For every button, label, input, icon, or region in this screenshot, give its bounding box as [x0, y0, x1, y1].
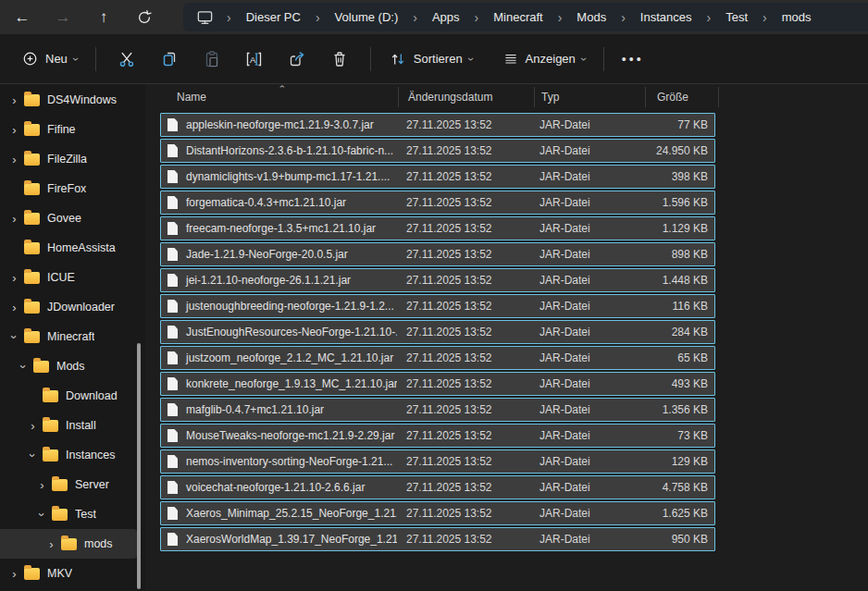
delete-button[interactable]	[324, 43, 355, 75]
chevron-icon[interactable]: ›	[6, 567, 22, 581]
file-type: JAR-Datei	[533, 377, 644, 390]
file-row[interactable]: konkrete_neoforge_1.9.13_MC_1.21.10.jar …	[160, 372, 715, 396]
file-name: jei-1.21.10-neoforge-26.1.1.21.jar	[186, 274, 351, 287]
sidebar-folder-item[interactable]: Download	[0, 381, 137, 411]
sidebar-folder-item[interactable]: › DS4Windows	[0, 85, 137, 115]
breadcrumb-item[interactable]: Dieser PC	[241, 7, 306, 27]
up-button[interactable]: ↑	[89, 4, 118, 31]
sidebar-folder-item[interactable]: › Fifine	[0, 115, 137, 144]
file-row[interactable]: forgematica-0.4.3+mc1.21.10.jar 27.11.20…	[160, 191, 715, 215]
sidebar-folder-item[interactable]: › Govee	[0, 203, 137, 233]
file-name-cell: voicechat-neoforge-1.21.10-2.6.6.jar	[161, 481, 397, 494]
rename-button[interactable]: A	[239, 43, 270, 75]
this-pc-icon[interactable]	[196, 8, 214, 26]
file-date: 27.11.2025 13:52	[397, 326, 533, 339]
folder-icon	[52, 479, 68, 491]
file-row[interactable]: appleskin-neoforge-mc1.21.9-3.0.7.jar 27…	[160, 113, 715, 137]
sidebar-folder-item[interactable]: HomeAssista	[0, 233, 137, 263]
file-row[interactable]: dynamiclights-v1.9+bump-mc1.17-1.21.... …	[160, 165, 715, 189]
column-header-date[interactable]: Änderungsdatum	[398, 87, 534, 107]
chevron-icon[interactable]: ›	[35, 507, 49, 523]
sidebar-folder-item[interactable]: › Install	[0, 411, 137, 440]
column-header-name[interactable]: Name	[160, 87, 398, 107]
chevron-icon[interactable]: ›	[6, 301, 22, 314]
file-date: 27.11.2025 13:52	[397, 351, 533, 364]
chevron-icon[interactable]: ›	[6, 93, 22, 107]
sidebar-folder-item[interactable]: FireFox	[0, 174, 137, 203]
more-options-button[interactable]: •••	[614, 45, 652, 73]
file-row[interactable]: JustEnoughResources-NeoForge-1.21.10-...…	[160, 320, 715, 344]
chevron-icon[interactable]: ›	[34, 478, 50, 492]
sidebar-folder-item[interactable]: › Minecraft	[0, 322, 137, 351]
copy-button[interactable]	[154, 43, 185, 75]
file-row[interactable]: mafglib-0.4.7+mc1.21.10.jar 27.11.2025 1…	[160, 398, 715, 422]
new-button[interactable]: Neu ›	[13, 43, 86, 74]
file-date: 27.11.2025 13:52	[397, 170, 533, 183]
chevron-icon[interactable]: ›	[6, 123, 22, 137]
file-size: 1.356 KB	[644, 403, 714, 416]
file-row[interactable]: jei-1.21.10-neoforge-26.1.1.21.jar 27.11…	[160, 268, 715, 292]
sidebar-folder-item[interactable]: › Test	[0, 499, 137, 529]
file-name-cell: MouseTweaks-neoforge-mc1.21.9-2.29.jar	[161, 429, 397, 442]
file-row[interactable]: justzoom_neoforge_2.1.2_MC_1.21.10.jar 2…	[160, 346, 715, 370]
breadcrumb-separator-icon: ›	[763, 10, 767, 25]
file-row[interactable]: MouseTweaks-neoforge-mc1.21.9-2.29.jar 2…	[160, 424, 715, 448]
sidebar-folder-item[interactable]: › Instances	[0, 440, 137, 470]
refresh-button[interactable]	[130, 4, 159, 31]
sidebar-folder-item[interactable]: › Server	[0, 470, 137, 499]
chevron-icon[interactable]: ›	[6, 153, 22, 166]
share-icon	[288, 50, 306, 68]
file-size: 1.129 KB	[644, 222, 714, 235]
chevron-icon[interactable]: ›	[6, 271, 22, 285]
forward-button[interactable]: →	[48, 4, 78, 31]
file-size: 65 KB	[644, 351, 714, 364]
sidebar-folder-item[interactable]: › Mods	[0, 351, 137, 381]
file-name-cell: mafglib-0.4.7+mc1.21.10.jar	[161, 403, 397, 416]
breadcrumb-item[interactable]: mods	[776, 7, 817, 27]
chevron-icon[interactable]: ›	[17, 359, 31, 375]
breadcrumb-item[interactable]: Minecraft	[488, 7, 548, 27]
share-button[interactable]	[281, 43, 313, 75]
sidebar-folder-item[interactable]: › FileZilla	[0, 144, 137, 174]
sort-button[interactable]: Sortieren ›	[380, 44, 481, 74]
chevron-icon[interactable]: ›	[7, 329, 21, 345]
folder-icon	[24, 94, 40, 106]
cut-button[interactable]	[111, 43, 143, 75]
sidebar-folder-item[interactable]: › mods	[0, 529, 137, 559]
paste-button[interactable]	[196, 43, 228, 75]
file-name-cell: Jade-1.21.9-NeoForge-20.0.5.jar	[161, 248, 397, 261]
column-header-type[interactable]: Typ	[534, 87, 645, 107]
chevron-icon[interactable]: ›	[25, 419, 41, 433]
file-name: Jade-1.21.9-NeoForge-20.0.5.jar	[186, 248, 348, 261]
file-name: XaerosWorldMap_1.39.17_NeoForge_1.21...	[186, 533, 397, 546]
breadcrumb-item[interactable]: Instances	[635, 7, 698, 27]
file-row[interactable]: Xaeros_Minimap_25.2.15_NeoForge_1.21....…	[160, 501, 715, 525]
breadcrumb-item[interactable]: Volume (D:)	[329, 7, 404, 27]
file-row[interactable]: voicechat-neoforge-1.21.10-2.6.6.jar 27.…	[160, 475, 715, 499]
file-row[interactable]: nemos-inventory-sorting-NeoForge-1.21...…	[160, 449, 715, 474]
address-bar[interactable]: › Dieser PC › Volume (D:) › Apps › Minec…	[183, 3, 868, 31]
chevron-icon[interactable]: ›	[43, 537, 59, 551]
sidebar-folder-item[interactable]: › JDownloader	[0, 292, 137, 322]
breadcrumb-item[interactable]: Test	[720, 7, 753, 27]
sidebar-scrollbar[interactable]	[137, 343, 141, 589]
file-type: JAR-Datei	[533, 170, 644, 183]
chevron-icon[interactable]: ›	[26, 448, 40, 463]
view-button[interactable]: Anzeigen ›	[494, 45, 594, 73]
file-date: 27.11.2025 13:52	[397, 274, 533, 287]
file-row[interactable]: justenoughbreeding-neoforge-1.21.9-1.2..…	[160, 294, 715, 318]
file-row[interactable]: XaerosWorldMap_1.39.17_NeoForge_1.21... …	[160, 527, 715, 551]
column-header-size[interactable]: Größe	[645, 87, 719, 107]
file-row[interactable]: DistantHorizons-2.3.6-b-1.21.10-fabric-n…	[160, 139, 715, 163]
file-row[interactable]: freecam-neoforge-1.3.5+mc1.21.10.jar 27.…	[160, 216, 715, 240]
file-name-cell: forgematica-0.4.3+mc1.21.10.jar	[161, 196, 397, 209]
chevron-icon[interactable]: ›	[6, 212, 22, 226]
file-row[interactable]: Jade-1.21.9-NeoForge-20.0.5.jar 27.11.20…	[160, 242, 715, 266]
sidebar-folder-item[interactable]: › ICUE	[0, 263, 137, 292]
back-button[interactable]: ←	[7, 4, 37, 31]
breadcrumb-item[interactable]: Mods	[571, 7, 612, 27]
breadcrumb-item[interactable]: Apps	[427, 7, 465, 27]
sidebar-folder-item[interactable]: › MKV	[0, 559, 137, 588]
file-type: JAR-Datei	[533, 118, 644, 131]
breadcrumb-separator-icon: ›	[413, 10, 417, 25]
